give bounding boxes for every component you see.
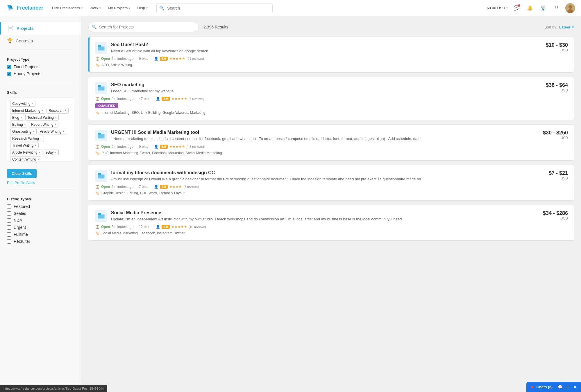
hourly-projects-checkbox[interactable]: Hourly Projects xyxy=(7,71,74,76)
listing-type-item[interactable]: Urgent xyxy=(7,225,74,230)
balance-button[interactable]: $0.00 USD ▾ xyxy=(487,6,508,10)
skill-tag: Research × xyxy=(47,108,69,114)
project-card[interactable]: URGENT !!! Social Media Marketing tool -… xyxy=(88,124,574,160)
project-time: 4 minutes ago — 47 bids xyxy=(112,97,150,101)
projects-search-input[interactable] xyxy=(88,22,199,32)
clear-skills-button[interactable]: Clear Skills xyxy=(7,169,37,178)
reviews-text: (4 reviews) xyxy=(183,185,199,188)
project-description: - Need a marketing tool to schedule cont… xyxy=(111,136,526,141)
logo[interactable]: Freelancer xyxy=(6,3,43,13)
sidebar-item-projects[interactable]: 📄 Projects xyxy=(0,22,81,35)
user-icon: 👤 xyxy=(154,145,158,149)
sidebar-divider xyxy=(7,50,74,50)
close-icon[interactable]: ✕ xyxy=(573,385,576,389)
messages-button[interactable]: 💬 xyxy=(512,3,521,13)
navbar-right: $0.00 USD ▾ 💬 🔔 📡 ⠿ xyxy=(487,3,575,13)
chat-notification-dot xyxy=(531,386,533,388)
remove-skill-button[interactable]: × xyxy=(33,130,35,133)
skills-title: Skills xyxy=(7,90,74,95)
project-title[interactable]: URGENT !!! Social Media Marketing tool xyxy=(111,130,526,135)
stars: ★★★★★ xyxy=(171,97,187,101)
chat-icon: 💬 xyxy=(558,385,562,389)
notification-dot xyxy=(518,4,520,7)
project-type-section: Project Type Fixed Projects Hourly Proje… xyxy=(0,53,81,80)
skill-tag: eBay × xyxy=(44,150,59,155)
project-icon xyxy=(95,82,107,94)
search-icon: 🔍 xyxy=(92,25,97,29)
project-tag-list: Social Media Marketing, Facebook, Instag… xyxy=(101,231,185,235)
stars: ★★★★ xyxy=(169,185,182,189)
skill-tag: Travel Writing × xyxy=(10,143,39,148)
project-description: --must use indesgn cc I would like a gra… xyxy=(111,177,526,182)
main-content: 🔍 2,396 Results Sort by: Latest ▾ xyxy=(81,16,581,392)
sidebar-divider-3 xyxy=(7,190,74,190)
chevron-down-icon: ▾ xyxy=(129,6,130,10)
remove-skill-button[interactable]: × xyxy=(35,144,36,147)
rating-badge: 5.0 xyxy=(162,225,169,229)
remove-skill-button[interactable]: × xyxy=(37,158,39,161)
reviews-text: (10 reviews) xyxy=(189,225,206,229)
remove-skill-button[interactable]: × xyxy=(55,151,57,154)
remove-skill-button[interactable]: × xyxy=(42,109,43,112)
remove-skill-button[interactable]: × xyxy=(39,151,40,154)
sort-control[interactable]: Sort by: Latest ▾ xyxy=(544,25,574,29)
project-title[interactable]: Social Media Presence xyxy=(111,210,526,215)
listing-type-item[interactable]: Fulltime xyxy=(7,232,74,237)
project-card[interactable]: SEO marketing I need SEO marketing for m… xyxy=(88,77,574,120)
sidebar-item-contests[interactable]: 🏆 Contests xyxy=(0,35,81,47)
remove-skill-button[interactable]: × xyxy=(40,137,42,140)
navbar-search-input[interactable] xyxy=(156,3,273,13)
remove-skill-button[interactable]: × xyxy=(24,123,26,126)
remove-skill-button[interactable]: × xyxy=(62,130,64,133)
chevron-down-icon: ▾ xyxy=(146,6,148,10)
nav-help[interactable]: Help ▾ xyxy=(134,4,151,12)
clock-icon: ⏳ xyxy=(95,225,100,229)
user-icon: 👤 xyxy=(154,185,158,189)
listing-type-item[interactable]: NDA xyxy=(7,218,74,223)
project-card[interactable]: Seo Guest Post2 Need a Seo Article with … xyxy=(88,37,574,73)
listing-type-item[interactable]: Recruiter xyxy=(7,239,74,244)
status-url: https://www.freelancer.com/projects/arti… xyxy=(3,387,104,390)
nav-my-projects[interactable]: My Projects ▾ xyxy=(105,4,133,12)
tag-icon: 🏷️ xyxy=(95,191,100,195)
remove-skill-button[interactable]: × xyxy=(32,102,33,105)
remove-skill-button[interactable]: × xyxy=(55,123,56,126)
project-title[interactable]: Seo Guest Post2 xyxy=(111,42,526,47)
skills-section: Skills Copywriting ×Internet Marketing ×… xyxy=(0,86,81,187)
project-meta: ⏳ Open 6 minutes ago — 12 bids 👤 5.0 ★★★… xyxy=(95,225,568,229)
project-price: $38 - $64 USD xyxy=(530,82,568,92)
project-tag-list: PHP, Internet Marketing, Twitter, Facebo… xyxy=(101,151,222,155)
nav-hire-freelancers[interactable]: Hire Freelancers ▾ xyxy=(49,4,85,12)
project-card[interactable]: format my fitness documents with indesig… xyxy=(88,165,574,201)
remove-skill-button[interactable]: × xyxy=(55,116,57,119)
project-card[interactable]: Social Media Presence Update: I'm an ind… xyxy=(88,205,574,241)
sort-label: Sort by: xyxy=(544,25,557,29)
listing-type-item[interactable]: Featured xyxy=(7,204,74,209)
bottom-chat-button[interactable]: Chats (3) 💬 ⊟ ✕ xyxy=(526,382,581,392)
nav-work[interactable]: Work ▾ xyxy=(87,4,104,12)
listing-type-item[interactable]: Sealed xyxy=(7,211,74,216)
user-icon: 👤 xyxy=(156,97,160,101)
reviews-text: (48 reviews) xyxy=(187,145,204,148)
reviews-text: (21 reviews) xyxy=(187,57,204,60)
remove-skill-button[interactable]: × xyxy=(20,116,22,119)
notifications-button[interactable]: 🔔 xyxy=(525,3,534,13)
chevron-down-icon: ▾ xyxy=(99,6,101,10)
project-description: Update: I'm an independent Art Instructo… xyxy=(111,217,526,222)
minimize-icon[interactable]: ⊟ xyxy=(566,385,569,389)
edit-profile-skills-link[interactable]: Edit Profile Skills xyxy=(7,181,35,185)
user-icon: 👤 xyxy=(154,57,158,61)
project-tags: 🏷️ PHP, Internet Marketing, Twitter, Fac… xyxy=(95,151,568,155)
projects-icon: 📄 xyxy=(8,26,14,31)
clock-icon: ⏳ xyxy=(95,145,100,149)
listing-types-section: Listing Types Featured Sealed NDA Urgent… xyxy=(0,193,81,250)
remove-skill-button[interactable]: × xyxy=(65,109,67,112)
project-price: $10 - $30 USD xyxy=(530,42,568,52)
avatar[interactable] xyxy=(565,3,575,13)
project-title[interactable]: SEO marketing xyxy=(111,82,526,87)
grid-menu-button[interactable]: ⠿ xyxy=(552,3,561,13)
project-status: Open xyxy=(101,185,110,189)
fixed-projects-checkbox[interactable]: Fixed Projects xyxy=(7,64,74,69)
project-title[interactable]: format my fitness documents with indesig… xyxy=(111,170,526,175)
broadcast-button[interactable]: 📡 xyxy=(539,3,548,13)
